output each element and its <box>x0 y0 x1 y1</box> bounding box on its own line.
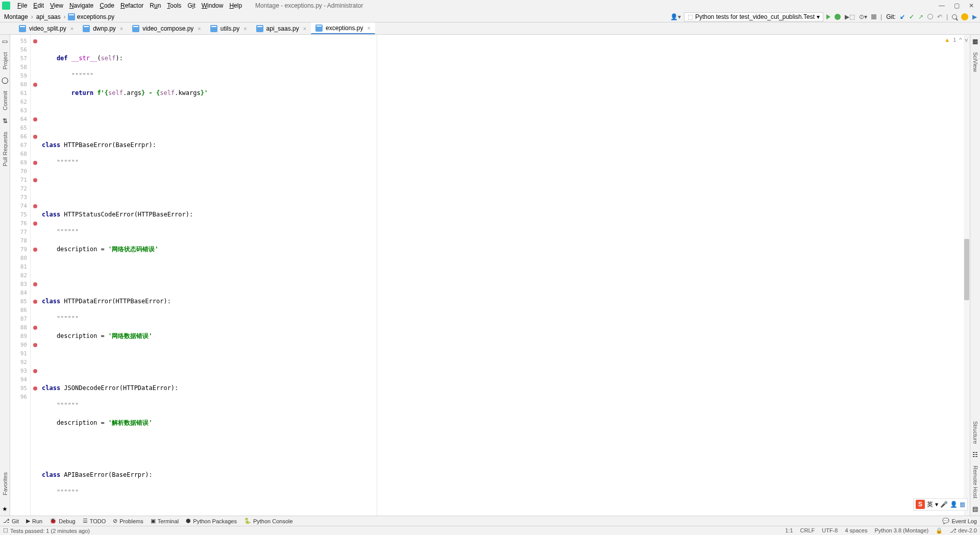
menu-git[interactable]: Git <box>184 2 198 9</box>
menu-view[interactable]: View <box>47 2 66 9</box>
rail-remote-host[interactable]: Remote Host <box>972 464 978 500</box>
breakpoint-icon[interactable] <box>33 222 37 226</box>
tw-run[interactable]: ▶Run <box>26 518 42 524</box>
user-icon[interactable]: 👤▾ <box>670 13 681 20</box>
profile-button[interactable]: ⊙▾ <box>859 13 867 20</box>
breakpoint-icon[interactable] <box>33 204 37 208</box>
search-everywhere-button[interactable] <box>952 14 957 19</box>
favorites-tool-icon[interactable]: ★ <box>2 505 8 513</box>
ime-user-icon[interactable]: 👤 <box>950 501 958 508</box>
breakpoint-icon[interactable] <box>33 326 37 330</box>
breakpoint-icon[interactable] <box>33 83 37 87</box>
ide-update-icon[interactable]: ▶ <box>972 13 977 20</box>
rail-commit[interactable]: Commit <box>2 89 8 112</box>
tab-video-compose[interactable]: video_compose.py× <box>128 23 206 34</box>
maximize-icon[interactable]: ▢ <box>954 2 960 9</box>
git-commit-button[interactable]: ✓ <box>909 13 914 20</box>
line-number-gutter[interactable]: 5556575859 6061626364 6566676869 7071727… <box>10 35 31 516</box>
breakpoint-icon[interactable] <box>33 386 37 391</box>
close-tab-icon[interactable]: × <box>195 26 201 32</box>
tab-api-saas[interactable]: api_saas.py× <box>252 23 311 34</box>
minimize-icon[interactable]: — <box>939 2 945 9</box>
code-editor[interactable]: def __str__(self): """""" return f'{self… <box>40 35 964 516</box>
run-configuration-selector[interactable]: ⬚ Python tests for test_video_cut_publis… <box>684 12 823 21</box>
breakpoint-icon[interactable] <box>33 343 37 347</box>
ime-mic-icon[interactable]: 🎤 <box>940 501 948 508</box>
pull-req-tool-icon[interactable]: ⇅ <box>3 117 8 125</box>
breakpoint-icon[interactable] <box>33 39 37 43</box>
tab-video-split[interactable]: video_split.py× <box>14 23 78 34</box>
git-rollback-button[interactable]: ↶ <box>937 13 942 20</box>
menu-code[interactable]: Code <box>96 2 117 9</box>
tab-exceptions[interactable]: exceptions.py× <box>311 22 375 34</box>
ide-account-icon[interactable] <box>961 13 968 20</box>
menu-run[interactable]: Run <box>146 2 164 9</box>
right-margin-line <box>377 35 377 516</box>
run-button[interactable] <box>826 14 830 19</box>
rail-pull-requests[interactable]: Pull Requests <box>2 130 8 168</box>
chevron-right-icon: › <box>62 13 68 20</box>
menu-file[interactable]: FFileile <box>14 2 30 9</box>
breakpoint-icon[interactable] <box>33 248 37 252</box>
ime-option-icon[interactable]: ▾ <box>935 501 938 508</box>
breakpoint-icon[interactable] <box>33 369 37 373</box>
rail-sciview[interactable]: SciView <box>972 50 978 74</box>
menu-edit[interactable]: Edit <box>30 2 47 9</box>
close-icon[interactable]: ✕ <box>969 2 974 9</box>
project-tool-icon[interactable]: ▭ <box>2 38 8 45</box>
sciview-tool-icon[interactable]: ▦ <box>972 38 978 45</box>
vertical-scrollbar[interactable] <box>964 35 970 516</box>
menu-window[interactable]: Window <box>199 2 227 9</box>
scrollbar-thumb[interactable] <box>964 239 969 300</box>
breakpoint-icon[interactable] <box>33 300 37 304</box>
debug-button[interactable] <box>835 14 841 20</box>
git-history-button[interactable] <box>927 14 933 19</box>
breakpoint-icon[interactable] <box>33 161 37 165</box>
commit-tool-icon[interactable]: ◯ <box>2 77 8 84</box>
tab-utils[interactable]: utils.py× <box>206 23 252 34</box>
inspection-widget[interactable]: ▲ 1 ^ v <box>944 37 968 43</box>
close-tab-icon[interactable]: × <box>301 26 306 32</box>
menu-refactor[interactable]: Refactor <box>117 2 146 9</box>
tab-dwnp[interactable]: dwnp.py× <box>78 23 128 34</box>
next-highlight-icon[interactable]: v <box>965 37 968 43</box>
breakpoint-icon[interactable] <box>33 178 37 182</box>
ime-language[interactable]: 英 <box>927 500 933 509</box>
remote-host-tool-icon[interactable]: ▤ <box>972 505 978 513</box>
close-tab-icon[interactable]: × <box>241 26 247 32</box>
breadcrumb-root[interactable]: Montage <box>3 13 29 20</box>
rail-project[interactable]: Project <box>2 50 8 71</box>
run-coverage-button[interactable]: ▶⬚ <box>845 13 855 20</box>
rail-structure[interactable]: Structure <box>972 419 978 446</box>
python-file-icon <box>83 25 90 32</box>
status-message-icon: ☐ <box>3 527 8 534</box>
pycharm-logo-icon <box>2 2 10 10</box>
ime-grid-icon[interactable]: ▦ <box>960 501 965 508</box>
close-tab-icon[interactable]: × <box>68 26 74 32</box>
breakpoint-icon[interactable] <box>33 282 37 286</box>
menu-help[interactable]: Help <box>226 2 245 9</box>
sogou-icon[interactable]: S <box>916 500 925 509</box>
structure-tool-icon[interactable]: ☷ <box>972 451 978 458</box>
git-push-button[interactable]: ↗ <box>918 13 923 20</box>
breadcrumb-folder[interactable]: api_saas <box>35 13 62 20</box>
editor-tabs: video_split.py× dwnp.py× video_compose.p… <box>0 22 980 35</box>
python-file-icon <box>132 25 139 32</box>
rail-favorites[interactable]: Favorites <box>2 470 8 497</box>
title-bar: FFileile Edit View Navigate Code Refacto… <box>0 0 980 11</box>
stop-button[interactable] <box>871 14 876 19</box>
chevron-right-icon: › <box>29 13 35 20</box>
prev-highlight-icon[interactable]: ^ <box>959 37 962 43</box>
git-update-button[interactable]: ↙ <box>900 13 905 20</box>
warning-count: 1 <box>953 37 956 43</box>
tw-git[interactable]: ⎇Git <box>3 518 19 524</box>
menu-navigate[interactable]: Navigate <box>66 2 96 9</box>
ime-toolbar[interactable]: S 英 ▾ 🎤 👤 ▦ <box>913 498 968 510</box>
menu-tools[interactable]: Tools <box>164 2 184 9</box>
close-tab-icon[interactable]: × <box>365 25 370 31</box>
breakpoint-icon[interactable] <box>33 117 37 121</box>
close-tab-icon[interactable]: × <box>118 26 123 32</box>
breadcrumb-file[interactable]: exceptions.py <box>76 13 115 20</box>
chevron-down-icon: ▾ <box>817 13 820 20</box>
breakpoint-icon[interactable] <box>33 135 37 139</box>
